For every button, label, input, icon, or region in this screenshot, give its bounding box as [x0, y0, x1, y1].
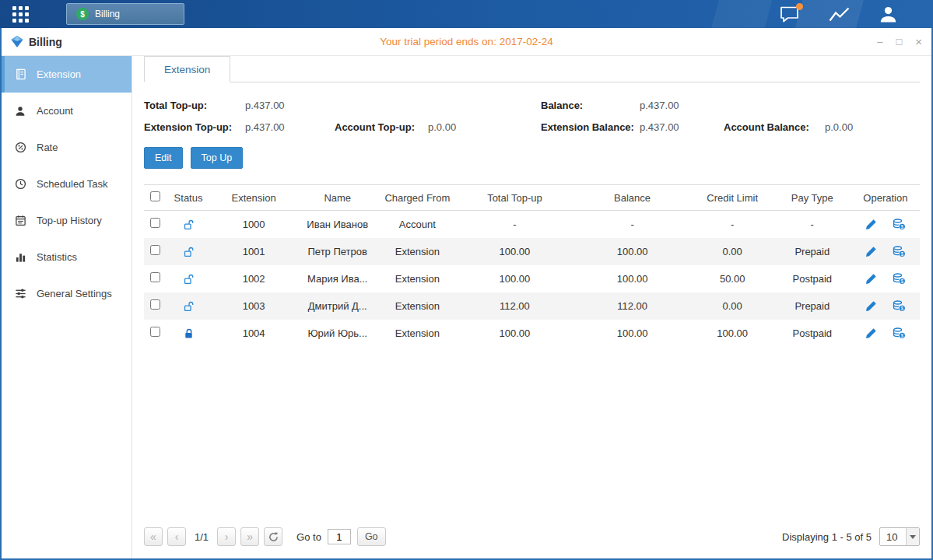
sidebar-item-general-settings[interactable]: General Settings	[2, 275, 132, 312]
total-topup-label: Total Top-up:	[144, 100, 245, 111]
balance-summary: Total Top-up: p.437.00 Balance: p.437.00…	[144, 100, 920, 133]
chevron-down-icon	[906, 528, 919, 545]
pay-type-cell: -	[773, 211, 851, 238]
go-button[interactable]: Go	[357, 527, 386, 546]
sidebar-item-account[interactable]: Account	[2, 93, 132, 129]
col-total-topup: Total Top-up	[456, 185, 573, 211]
edit-button[interactable]: Edit	[144, 147, 183, 169]
svg-text:$: $	[900, 251, 903, 257]
pay-type-cell: Prepaid	[773, 238, 851, 265]
chat-icon[interactable]	[780, 6, 799, 23]
sidebar-item-topup-history[interactable]: Top-up History	[2, 202, 132, 239]
maximize-button[interactable]: □	[896, 37, 902, 47]
extension-cell: 1002	[211, 265, 296, 292]
sidebar-item-statistics[interactable]: Statistics	[2, 239, 132, 275]
edit-pencil-icon[interactable]	[865, 245, 877, 257]
status-unlocked-icon	[183, 245, 195, 257]
extension-table: Status Extension Name Charged From Total…	[144, 184, 920, 347]
billing-app-tab[interactable]: $ Billing	[66, 3, 184, 25]
billing-app-tab-label: Billing	[95, 9, 120, 19]
displaying-text: Displaying 1 - 5 of 5	[782, 531, 872, 543]
svg-text:$: $	[900, 333, 903, 338]
credit-limit-cell: 0.00	[692, 292, 773, 320]
col-extension: Extension	[211, 185, 296, 211]
edit-pencil-icon[interactable]	[865, 218, 877, 230]
refresh-icon	[268, 532, 279, 542]
balance-cell: 100.00	[573, 265, 692, 292]
rate-percent-icon	[13, 142, 27, 153]
row-checkbox[interactable]	[150, 299, 160, 310]
col-operation: Operation	[851, 185, 920, 211]
pay-type-cell: Postpaid	[773, 265, 851, 292]
edit-pencil-icon[interactable]	[865, 327, 877, 339]
sidebar-item-scheduled-task[interactable]: Scheduled Task	[2, 166, 132, 202]
first-page-button[interactable]: «	[144, 527, 163, 546]
edit-pencil-icon[interactable]	[865, 272, 877, 285]
credit-limit-cell: 100.00	[692, 320, 773, 347]
close-button[interactable]: ×	[915, 36, 922, 47]
top-up-button[interactable]: Top Up	[191, 147, 244, 169]
extension-cell: 1004	[211, 320, 296, 347]
charged-from-cell: Account	[378, 211, 456, 238]
trial-notice: Your trial period ends on: 2017-02-24	[159, 36, 774, 47]
sidebar-item-extension[interactable]: Extension	[2, 56, 132, 93]
billing-window-frame: Billing Your trial period ends on: 2017-…	[0, 28, 933, 560]
top-up-coins-icon[interactable]: $	[893, 245, 906, 257]
top-up-coins-icon[interactable]: $	[893, 327, 906, 339]
sidebar: Extension Account Rate	[2, 56, 132, 558]
col-name: Name	[296, 185, 378, 211]
pay-type-cell: Prepaid	[773, 292, 851, 320]
status-unlocked-icon	[183, 299, 195, 311]
col-charged-from: Charged From	[378, 185, 456, 211]
total-topup-cell: 112.00	[456, 292, 573, 320]
apps-grid-icon[interactable]	[12, 6, 29, 23]
page-size-select[interactable]: 10	[879, 527, 920, 546]
extension-cell: 1003	[211, 292, 296, 320]
clock-icon	[13, 178, 27, 190]
goto-page-input[interactable]	[328, 529, 351, 544]
row-checkbox[interactable]	[150, 272, 160, 282]
top-up-coins-icon[interactable]: $	[893, 299, 906, 312]
total-topup-cell: -	[456, 211, 573, 238]
balance-cell: -	[573, 211, 692, 238]
page-size-value: 10	[880, 531, 906, 543]
table-header-row: Status Extension Name Charged From Total…	[144, 185, 920, 211]
extension-topup-value: p.437.00	[245, 121, 335, 133]
select-all-checkbox[interactable]	[150, 191, 160, 201]
sidebar-item-label: Extension	[37, 68, 81, 80]
statistics-chart-icon[interactable]	[829, 7, 850, 22]
bar-chart-icon	[13, 251, 27, 263]
sidebar-item-rate[interactable]: Rate	[2, 129, 132, 166]
balance-label: Balance:	[541, 100, 640, 111]
topbar-right	[780, 6, 933, 23]
extension-topup-label: Extension Top-up:	[144, 121, 245, 133]
top-up-coins-icon[interactable]: $	[893, 272, 906, 285]
next-page-button[interactable]: ›	[217, 527, 236, 546]
table-row: 1000 Иван Иванов Account - - - - $	[144, 211, 920, 238]
minimize-button[interactable]: –	[877, 37, 882, 47]
col-status: Status	[166, 185, 211, 211]
window-title: Billing	[11, 36, 159, 48]
extension-balance-label: Extension Balance:	[541, 121, 640, 133]
main-content: Extension Total Top-up: p.437.00 Balance…	[132, 56, 931, 558]
tab-extension[interactable]: Extension	[144, 56, 230, 82]
balance-cell: 100.00	[573, 238, 692, 265]
name-cell: Мария Ива...	[296, 265, 378, 292]
edit-pencil-icon[interactable]	[865, 299, 877, 312]
row-checkbox[interactable]	[150, 245, 160, 255]
last-page-button[interactable]: »	[240, 527, 259, 546]
pagination-right: Displaying 1 - 5 of 5 10	[782, 527, 920, 546]
sidebar-item-label: Account	[37, 105, 73, 117]
row-checkbox[interactable]	[150, 327, 160, 337]
sidebar-item-label: Statistics	[37, 251, 77, 263]
status-locked-icon	[183, 327, 195, 339]
name-cell: Дмитрий Д...	[296, 292, 378, 320]
calendar-icon	[13, 215, 27, 226]
top-up-coins-icon[interactable]: $	[893, 218, 906, 230]
refresh-button[interactable]	[264, 527, 282, 546]
user-icon[interactable]	[879, 6, 897, 23]
pagination-bar: « ‹ 1/1 › » Go to Go Displaying 1 - 5 of…	[144, 518, 920, 558]
row-checkbox[interactable]	[150, 218, 160, 228]
col-balance: Balance	[573, 185, 692, 211]
prev-page-button[interactable]: ‹	[167, 527, 186, 546]
